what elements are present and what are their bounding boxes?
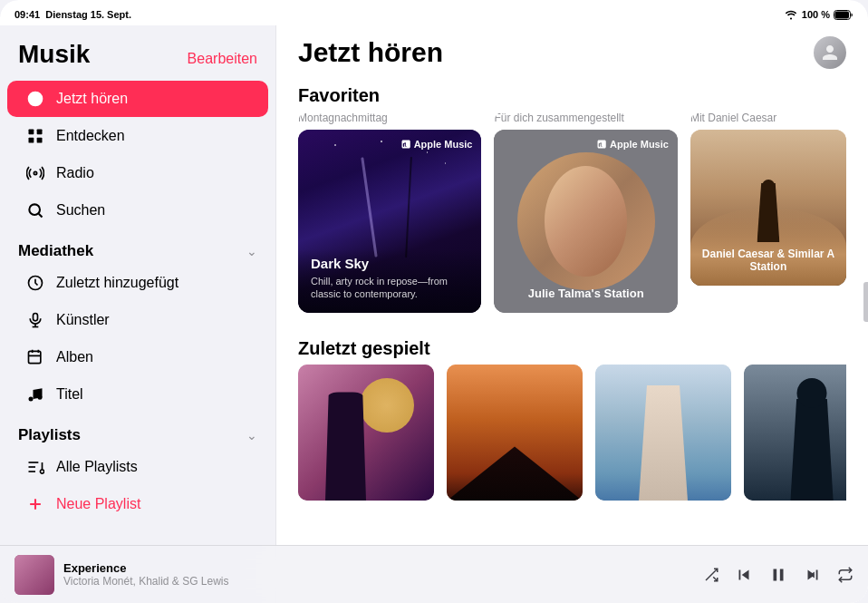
content-header: Jetzt hören xyxy=(298,33,846,69)
card-image-julie: Apple Music Julie Talma's Station xyxy=(494,130,677,313)
svg-rect-12 xyxy=(34,314,38,321)
prev-button[interactable] xyxy=(734,565,754,585)
clock-icon xyxy=(25,273,45,293)
zuletzt-card-1[interactable] xyxy=(447,365,583,501)
sidebar-item-alben[interactable]: Alben xyxy=(7,339,268,375)
zuletzt-grid xyxy=(298,365,846,501)
playlists-chevron-icon[interactable]: ⌄ xyxy=(246,428,257,443)
wifi-icon xyxy=(784,9,798,20)
mediathek-chevron-icon[interactable]: ⌄ xyxy=(246,244,257,258)
nav-label-entdecken: Entdecken xyxy=(56,128,125,144)
sidebar-item-jetzt-horen[interactable]: Jetzt hören xyxy=(7,81,268,117)
svg-point-8 xyxy=(34,171,36,174)
mic-icon xyxy=(25,310,45,330)
sidebar-title: Musik xyxy=(18,40,90,69)
nav-label-titel: Titel xyxy=(56,386,83,403)
favoriten-section-label: Favoriten xyxy=(298,85,846,106)
album-icon xyxy=(25,347,45,367)
repeat-button[interactable] xyxy=(837,567,854,583)
nav-label-jetzt-horen: Jetzt hören xyxy=(56,91,128,107)
svg-rect-7 xyxy=(37,138,43,143)
pause-button[interactable] xyxy=(768,565,788,585)
sidebar-item-neue-playlist[interactable]: Neue Playlist xyxy=(7,486,268,522)
zuletzt-card-3[interactable] xyxy=(744,365,846,501)
favoriten-card-julie[interactable]: Für dich zusammengestellt Apple Music Ju… xyxy=(494,112,677,313)
zuletzt-image-3 xyxy=(744,365,846,501)
zuletzt-image-2 xyxy=(595,365,731,501)
plus-icon xyxy=(25,494,45,514)
sidebar-item-titel[interactable]: Titel xyxy=(7,376,268,413)
playlists-title: Playlists xyxy=(18,426,81,444)
card-image-daniel: Daniel Caesar & Similar A Station xyxy=(690,130,846,286)
mini-player-artist: Victoria Monét, Khalid & SG Lewis xyxy=(63,575,703,588)
svg-rect-6 xyxy=(29,138,34,143)
music-note-icon xyxy=(25,384,45,404)
zuletzt-section-label: Zuletzt gespielt xyxy=(298,338,846,359)
zuletzt-image-0 xyxy=(298,365,434,501)
mini-player-title: Experience xyxy=(63,561,703,575)
zuletzt-card-2[interactable] xyxy=(595,365,731,501)
favoriten-card-dark-sky[interactable]: Montagnachmittag xyxy=(298,112,481,313)
battery-icon xyxy=(834,10,854,20)
nav-label-zuletzt: Zuletzt hinzugefügt xyxy=(56,275,178,291)
sidebar-item-zuletzt[interactable]: Zuletzt hinzugefügt xyxy=(7,265,268,301)
apple-music-badge-julie: Apple Music xyxy=(596,139,669,150)
playlists-section-header: Playlists ⌄ xyxy=(0,413,275,448)
sidebar-item-radio[interactable]: Radio xyxy=(7,155,268,191)
svg-rect-13 xyxy=(29,351,41,363)
nav-label-radio: Radio xyxy=(56,165,94,181)
battery-percentage: 100 % xyxy=(802,9,830,20)
shuffle-button[interactable] xyxy=(703,567,719,583)
nav-label-neue-playlist: Neue Playlist xyxy=(56,496,140,512)
next-button[interactable] xyxy=(803,565,823,585)
content-area: Jetzt hören Favoriten Montagnachmittag xyxy=(276,25,868,603)
card-sublabel-daniel: Mit Daniel Caesar xyxy=(690,112,846,124)
card-text-julie: Julie Talma's Station xyxy=(494,287,677,300)
card-sublabel-julie: Für dich zusammengestellt xyxy=(494,112,677,124)
page-title: Jetzt hören xyxy=(298,37,443,68)
playlist-icon xyxy=(25,457,45,477)
nav-label-alle-playlists: Alle Playlists xyxy=(56,459,138,475)
mini-player-art xyxy=(14,555,54,595)
zuletzt-card-0[interactable] xyxy=(298,365,434,501)
svg-rect-1 xyxy=(835,11,850,18)
svg-point-15 xyxy=(38,395,43,400)
nav-label-suchen: Suchen xyxy=(56,202,105,219)
search-icon xyxy=(25,200,45,220)
sidebar-header: Musik Bearbeiten xyxy=(0,33,275,80)
svg-point-14 xyxy=(29,397,34,402)
avatar[interactable] xyxy=(814,36,846,69)
sidebar-item-entdecken[interactable]: Entdecken xyxy=(7,118,268,154)
svg-rect-4 xyxy=(29,130,34,135)
card-text-daniel: Daniel Caesar & Similar A Station xyxy=(690,248,846,273)
mini-player-info: Experience Victoria Monét, Khalid & SG L… xyxy=(63,561,703,588)
avatar-image xyxy=(814,36,846,69)
favoriten-grid: Montagnachmittag xyxy=(298,112,846,313)
mediathek-section-header: Mediathek ⌄ xyxy=(0,229,275,264)
favoriten-card-daniel[interactable]: Mit Daniel Caesar Daniel Caesar & Simila… xyxy=(690,112,846,313)
card-sublabel-dark-sky: Montagnachmittag xyxy=(298,112,481,124)
mini-player-controls xyxy=(703,565,854,585)
play-circle-icon xyxy=(25,89,45,109)
mini-player[interactable]: Experience Victoria Monét, Khalid & SG L… xyxy=(0,545,868,603)
card-text-dark-sky: Dark Sky Chill, arty rock in repose—from… xyxy=(311,256,468,301)
radio-icon xyxy=(25,163,45,183)
zuletzt-image-1 xyxy=(447,365,583,501)
sidebar: Musik Bearbeiten Jetzt hören Entdecken xyxy=(0,25,276,603)
svg-line-10 xyxy=(39,214,43,218)
sidebar-item-kuenstler[interactable]: Künstler xyxy=(7,302,268,338)
home-indicator xyxy=(863,282,868,322)
nav-label-kuenstler: Künstler xyxy=(56,312,110,328)
status-bar-time: 09:41 Dienstag 15. Sept. xyxy=(14,9,131,20)
status-bar-indicators: 100 % xyxy=(784,9,854,20)
mediathek-title: Mediathek xyxy=(18,242,93,260)
svg-rect-5 xyxy=(37,130,43,135)
sidebar-item-alle-playlists[interactable]: Alle Playlists xyxy=(7,449,268,485)
grid-icon xyxy=(25,126,45,146)
card-image-dark-sky: Apple Music Dark Sky Chill, arty rock in… xyxy=(298,130,481,313)
status-bar: 09:41 Dienstag 15. Sept. 100 % xyxy=(0,0,868,25)
nav-label-alben: Alben xyxy=(56,349,93,365)
edit-button[interactable]: Bearbeiten xyxy=(188,51,257,69)
sidebar-item-suchen[interactable]: Suchen xyxy=(7,192,268,229)
apple-music-badge-dark-sky: Apple Music xyxy=(400,139,473,150)
